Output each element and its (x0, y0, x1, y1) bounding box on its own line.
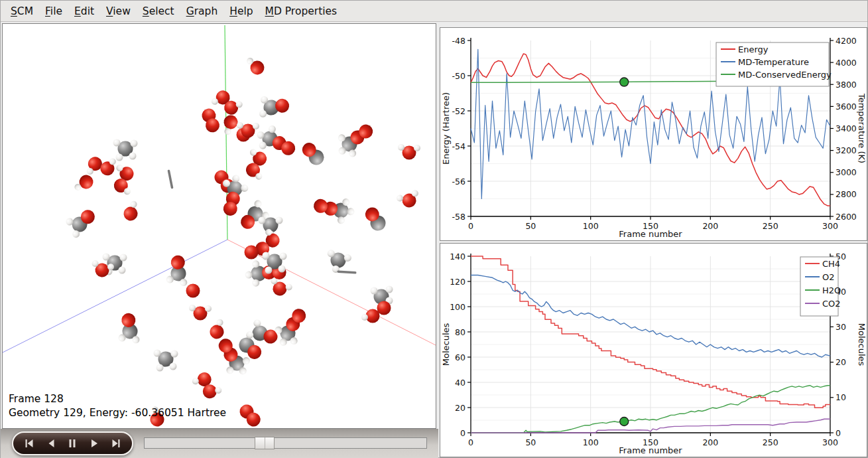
play-button[interactable] (87, 437, 101, 449)
skip-to-end-button[interactable] (109, 437, 123, 449)
coordinate-axes (3, 25, 436, 352)
molecule-ch3ooh (361, 286, 393, 323)
svg-text:4200: 4200 (836, 36, 857, 46)
svg-text:Frame number: Frame number (619, 445, 682, 455)
molecule-h2o (396, 189, 422, 211)
frame-slider-thumb[interactable] (255, 437, 275, 449)
menu-item-view[interactable]: View (100, 2, 137, 21)
svg-text:Frame number: Frame number (619, 229, 682, 239)
svg-text:20: 20 (455, 403, 465, 413)
svg-text:30: 30 (836, 322, 846, 332)
molecule-ch4 (113, 139, 138, 161)
svg-text:0: 0 (468, 437, 473, 447)
menu-item-edit[interactable]: Edit (68, 2, 100, 21)
molecules-chart: 1401201008060402005040302010005010015020… (440, 244, 866, 457)
molecule-o (245, 246, 259, 260)
molecule-ch3oo (311, 186, 357, 232)
svg-text:-56: -56 (452, 177, 465, 187)
legend: EnergyMD-TemperatureMD-ConservedEnergy (716, 42, 832, 86)
svg-text:100: 100 (450, 302, 465, 312)
menu-item-help[interactable]: Help (223, 2, 259, 21)
svg-text:MD-Temperature: MD-Temperature (738, 57, 809, 67)
step-back-button[interactable] (44, 437, 58, 449)
molecule-ch2o (118, 312, 144, 344)
legend: CH4O2H2OCO2 (800, 257, 841, 316)
svg-text:3200: 3200 (836, 145, 857, 155)
svg-text:60: 60 (455, 352, 465, 362)
menu-item-select[interactable]: Select (137, 2, 180, 21)
molecule-o2 (196, 106, 225, 135)
axis-labels: Frame numberMoleculesMolecules (441, 323, 866, 455)
menu-item-scm[interactable]: SCM (5, 2, 39, 21)
svg-text:300: 300 (822, 221, 838, 231)
molecule-o2 (237, 403, 264, 428)
menu-item-md-properties[interactable]: MD Properties (259, 2, 343, 21)
molecule-oh (119, 200, 143, 223)
svg-text:O2: O2 (822, 272, 835, 282)
molecule-co (298, 141, 328, 167)
molecule-oh (206, 318, 229, 341)
geometry-energy-label: Geometry 129, Energy: -60.36051 Hartree (9, 406, 226, 420)
molecule-o (186, 284, 200, 298)
menu-item-graph[interactable]: Graph (180, 2, 224, 21)
molecule-h2o (189, 305, 212, 321)
svg-text:-52: -52 (452, 106, 465, 116)
molecule-ch2o (65, 208, 100, 240)
svg-text:H2O: H2O (822, 285, 841, 295)
svg-text:140: 140 (450, 252, 465, 262)
menu-item-file[interactable]: File (39, 2, 68, 21)
svg-text:Molecules: Molecules (857, 323, 866, 366)
svg-text:CH4: CH4 (822, 259, 840, 269)
svg-text:100: 100 (583, 221, 599, 231)
energy-temperature-chart: -48-50-52-54-56-584200400038003600340032… (440, 28, 866, 240)
svg-text:MD-ConservedEnergy: MD-ConservedEnergy (738, 70, 832, 80)
molecule-stick (162, 171, 179, 187)
svg-text:-58: -58 (452, 212, 465, 222)
svg-text:200: 200 (702, 437, 718, 447)
frame-label: Frame 128 (9, 392, 226, 406)
svg-text:3600: 3600 (836, 102, 857, 112)
svg-text:50: 50 (525, 221, 536, 231)
current-frame-marker (620, 417, 629, 425)
svg-text:2600: 2600 (836, 212, 857, 222)
svg-text:Molecules: Molecules (441, 323, 451, 366)
svg-text:3400: 3400 (836, 123, 857, 133)
svg-text:4000: 4000 (836, 58, 857, 68)
skip-to-start-button[interactable] (22, 437, 36, 449)
molecule-ch3oo (336, 120, 374, 160)
menu-bar: SCMFileEditViewSelectGraphHelpMD Propert… (1, 1, 867, 22)
molecule-oh (247, 56, 265, 76)
svg-text:Energy (Hartree): Energy (Hartree) (441, 92, 451, 165)
molecule-oh (74, 173, 95, 193)
svg-text:0: 0 (468, 221, 473, 231)
svg-text:200: 200 (702, 221, 718, 231)
svg-text:0: 0 (836, 428, 841, 438)
molecule-h2o (398, 144, 420, 160)
pause-button[interactable] (65, 437, 80, 449)
frame-slider-track[interactable] (144, 437, 427, 449)
molecule-ch2o (258, 96, 290, 121)
svg-text:2800: 2800 (836, 189, 857, 199)
svg-text:100: 100 (583, 437, 599, 447)
molecule-co (360, 205, 391, 234)
svg-text:20: 20 (836, 357, 846, 367)
svg-text:50: 50 (525, 437, 536, 447)
svg-text:CO2: CO2 (822, 299, 841, 309)
molecule-viewer[interactable]: Frame 128 Geometry 129, Energy: -60.3605… (2, 23, 436, 429)
amsmovie-window: SCMFileEditViewSelectGraphHelpMD Propert… (0, 0, 868, 458)
frame-info: Frame 128 Geometry 129, Energy: -60.3605… (9, 392, 226, 420)
tick-labels: 1401201008060402005040302010005010015020… (450, 252, 846, 448)
current-frame-marker (620, 78, 629, 86)
molecule-ch4 (154, 350, 178, 372)
gridlines (471, 256, 830, 433)
molecules (65, 56, 422, 428)
molecule-ch3oo (272, 308, 310, 348)
playback-controls (12, 431, 133, 455)
svg-text:3000: 3000 (836, 167, 857, 177)
svg-text:-54: -54 (452, 141, 465, 151)
svg-text:40: 40 (455, 378, 465, 388)
energy-temperature-chart-panel: -48-50-52-54-56-584200400038003600340032… (440, 27, 867, 241)
svg-text:120: 120 (450, 277, 465, 287)
svg-text:10: 10 (836, 392, 846, 402)
molecules-chart-panel: 1401201008060402005040302010005010015020… (440, 243, 867, 457)
